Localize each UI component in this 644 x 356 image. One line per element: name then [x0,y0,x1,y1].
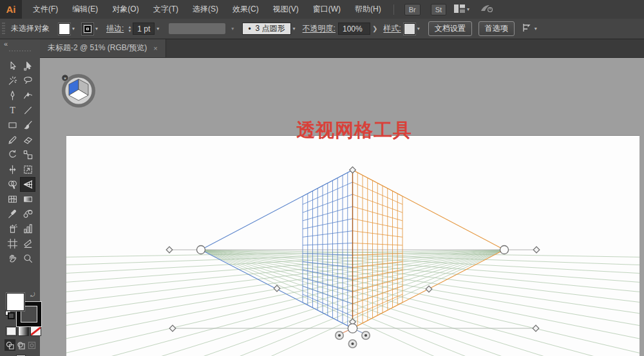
direct-selection-icon [23,61,33,71]
tools-panel: « T ⤾ [0,39,40,356]
drawing-modes-row [5,339,37,351]
fill-chevron-icon[interactable]: ▾ [72,26,75,32]
tool-selection[interactable] [5,59,20,73]
tab-bar: 未标题-2 @ 51% (RGB/预览) × [40,39,644,58]
stroke-chevron-icon[interactable]: ▾ [95,26,98,32]
menu-view[interactable]: 视图(V) [266,0,306,19]
stroke-weight-field[interactable]: 1 pt [133,23,155,35]
control-bar-grip[interactable] [2,23,5,35]
tool-paintbrush[interactable] [20,118,35,133]
menu-object[interactable]: 对象(O) [105,0,146,19]
menu-select[interactable]: 选择(S) [185,0,225,19]
menu-window[interactable]: 窗口(W) [306,0,348,19]
eyedropper-icon [7,209,18,220]
tool-perspective-grid[interactable] [20,177,35,192]
workspace-chevron-icon[interactable]: ▾ [467,6,469,12]
tool-type[interactable]: T [5,103,20,118]
tool-artboard[interactable] [5,236,20,251]
tool-line-segment[interactable] [20,103,35,118]
opacity-expand-icon[interactable]: ❯ [372,25,377,32]
menu-bar: Ai 文件(F) 编辑(E) 对象(O) 文字(T) 选择(S) 效果(C) 视… [0,0,644,19]
fill-color-swatch[interactable] [59,23,70,35]
draw-inside-mode-icon[interactable] [26,339,37,351]
menu-separator [393,5,394,15]
app-logo[interactable]: Ai [0,0,22,19]
eraser-icon [23,135,33,145]
stroke-weight-chevron-icon[interactable]: ▾ [156,26,159,32]
tool-gradient[interactable] [20,192,35,207]
tool-mesh[interactable] [5,192,20,207]
artboard-icon [7,238,18,249]
document-tab[interactable]: 未标题-2 @ 51% (RGB/预览) × [40,39,166,57]
style-chevron-icon[interactable]: ▾ [417,26,420,32]
bridge-button[interactable]: Br [404,4,421,15]
lasso-icon [23,75,33,86]
tool-slice[interactable] [20,236,35,251]
tool-pencil[interactable] [5,133,20,147]
draw-normal-mode-icon[interactable] [5,339,15,351]
tool-rectangle[interactable] [5,118,20,133]
tool-shape-builder[interactable] [5,177,20,192]
brush-definition-field[interactable]: • 3 点圆形 [242,23,290,35]
tool-magic-wand[interactable] [5,73,20,88]
brush-name: 3 点圆形 [256,23,285,34]
brush-chevron-icon[interactable]: ▾ [293,26,296,32]
menu-file[interactable]: 文件(F) [26,0,65,19]
align-chevron-icon[interactable]: ▾ [535,26,537,32]
svg-text:T: T [10,105,15,115]
workspace-switcher-icon[interactable] [454,5,465,15]
type-icon: T [7,105,18,116]
zoom-icon [23,253,33,264]
tool-direct-selection[interactable] [20,59,35,73]
variable-width-chevron-icon: ▾ [231,26,234,32]
style-label[interactable]: 样式: [383,23,401,34]
align-glyphs-icon[interactable] [522,23,533,34]
tool-eraser[interactable] [20,133,35,147]
rectangle-icon [7,120,18,131]
paint-none-button[interactable] [30,326,41,336]
tool-lasso[interactable] [20,73,35,88]
tool-symbol-sprayer[interactable] [5,221,20,236]
tool-curvature[interactable] [20,88,35,103]
stroke-color-swatch[interactable] [82,23,93,35]
gradient-icon [23,194,33,205]
toolbar-grip[interactable] [9,50,31,52]
document-setup-button[interactable]: 文档设置 [428,21,472,36]
toolbar-collapse-icon[interactable]: « [4,40,8,48]
tool-width[interactable] [5,162,20,177]
tool-free-transform[interactable] [20,162,35,177]
draw-behind-mode-icon[interactable] [15,339,26,351]
tool-zoom[interactable] [20,251,35,266]
paint-color-button[interactable] [6,326,17,336]
menu-help[interactable]: 帮助(H) [348,0,388,19]
tool-hand[interactable] [5,251,20,266]
tool-blend[interactable] [20,207,35,221]
rotate-icon [7,149,18,160]
document-tab-title: 未标题-2 @ 51% (RGB/预览) [48,42,147,53]
stroke-weight-label[interactable]: 描边: [106,23,124,34]
swap-fill-stroke-icon[interactable]: ⤾ [30,292,37,299]
menu-edit[interactable]: 编辑(E) [65,0,105,19]
tool-column-graph[interactable] [20,221,35,236]
tool-pen[interactable] [5,88,20,103]
preferences-button[interactable]: 首选项 [478,21,515,36]
tab-close-icon[interactable]: × [153,44,157,52]
column-graph-icon [23,223,33,234]
pen-icon [7,90,18,101]
menu-type[interactable]: 文字(T) [146,0,185,19]
tool-rotate[interactable] [5,147,20,162]
paint-gradient-button[interactable] [18,326,29,336]
variable-width-dropdown [169,23,225,34]
fill-well[interactable] [6,293,24,311]
free-transform-icon [23,164,33,175]
opacity-label[interactable]: 不透明度: [303,23,336,34]
tool-scale[interactable] [20,147,35,162]
stock-button[interactable]: St [431,4,446,15]
tool-eyedropper[interactable] [5,207,20,221]
menu-effect[interactable]: 效果(C) [225,0,266,19]
artboard[interactable] [66,135,639,356]
opacity-field[interactable]: 100% [338,23,370,35]
cs-live-icon[interactable] [480,4,493,15]
stroke-weight-stepper[interactable]: ▲▼ [128,25,131,33]
style-swatch[interactable] [404,23,415,35]
